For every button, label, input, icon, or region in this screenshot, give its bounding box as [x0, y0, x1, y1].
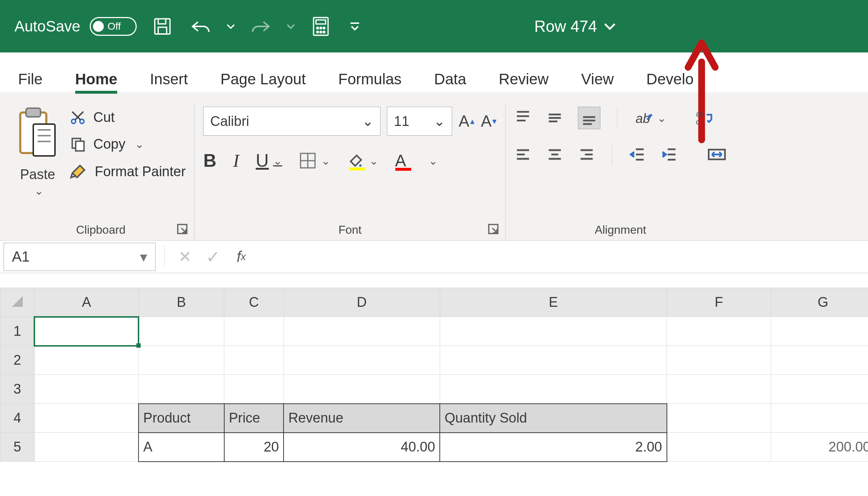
svg-point-7 [317, 31, 318, 33]
font-color-button[interactable]: A ⌄ [395, 151, 438, 170]
paste-button[interactable]: Paste ⌄ [16, 107, 59, 197]
cell-G4[interactable] [771, 404, 868, 433]
cell-D2[interactable] [284, 346, 440, 375]
font-name-combo[interactable]: Calibri ⌄ [203, 107, 380, 136]
col-header-E[interactable]: E [440, 288, 667, 317]
cell-C3[interactable] [224, 375, 284, 404]
cell-G2[interactable] [771, 346, 868, 375]
insert-function-button[interactable]: fx [230, 245, 253, 268]
italic-button[interactable]: I [233, 150, 239, 171]
fill-color-button[interactable]: ⌄ [347, 151, 378, 170]
undo-button[interactable] [188, 14, 213, 39]
dialog-launcher-icon[interactable] [177, 224, 188, 237]
cell-D5[interactable]: 40.00 [284, 433, 440, 462]
redo-button[interactable] [248, 14, 273, 39]
cell-A1[interactable] [34, 317, 139, 346]
cancel-formula-button[interactable]: ✕ [173, 245, 196, 268]
col-header-G[interactable]: G [771, 288, 868, 317]
cut-button[interactable]: Cut [69, 109, 186, 126]
merge-center-button[interactable] [707, 145, 727, 164]
cell-D4[interactable]: Revenue [284, 404, 440, 433]
decrease-font-size-button[interactable]: A▾ [481, 112, 497, 130]
undo-dropdown-icon[interactable] [226, 22, 235, 31]
cell-C2[interactable] [224, 346, 284, 375]
copy-button[interactable]: Copy ⌄ [69, 136, 186, 152]
tab-view[interactable]: View [581, 56, 614, 92]
group-label-alignment: Alignment [514, 220, 727, 240]
tab-home[interactable]: Home [75, 56, 118, 92]
cell-F5[interactable] [667, 433, 771, 462]
row-header-2[interactable]: 2 [0, 346, 35, 375]
wrap-text-button[interactable]: abc [695, 108, 715, 128]
name-box[interactable]: A1 ▾ [4, 243, 156, 271]
col-header-A[interactable]: A [34, 288, 139, 317]
cell-B2[interactable] [139, 346, 224, 375]
row-header-1[interactable]: 1 [0, 317, 35, 346]
align-middle-button[interactable] [546, 109, 563, 127]
col-header-C[interactable]: C [224, 288, 284, 317]
col-header-B[interactable]: B [139, 288, 224, 317]
cell-A3[interactable] [34, 375, 139, 404]
borders-button[interactable]: ⌄ [299, 152, 330, 170]
cell-G5[interactable]: 200.00 [771, 433, 868, 462]
cell-G1[interactable] [771, 317, 868, 346]
cell-E1[interactable] [440, 317, 667, 346]
cell-A5[interactable] [34, 433, 139, 462]
calculator-icon[interactable] [308, 14, 333, 39]
redo-dropdown-icon[interactable] [286, 22, 295, 31]
autosave-toggle[interactable]: Off [90, 17, 137, 36]
cell-F4[interactable] [667, 404, 771, 433]
cell-F1[interactable] [667, 317, 771, 346]
align-top-button[interactable] [514, 109, 532, 127]
col-header-F[interactable]: F [667, 288, 771, 317]
cell-D1[interactable] [284, 317, 440, 346]
decrease-indent-button[interactable] [629, 146, 646, 163]
cell-C4[interactable]: Price [224, 404, 284, 433]
cell-E5[interactable]: 2.00 [440, 433, 667, 462]
cell-B1[interactable] [139, 317, 224, 346]
align-center-button[interactable] [546, 146, 563, 163]
cell-D3[interactable] [284, 375, 440, 404]
row-header-5[interactable]: 5 [0, 433, 35, 462]
cell-B5[interactable]: A [139, 433, 224, 462]
cell-E2[interactable] [440, 346, 667, 375]
cell-G3[interactable] [771, 375, 868, 404]
document-title-dropdown[interactable]: Row 474 [534, 17, 616, 35]
underline-button[interactable]: U⌄ [256, 150, 282, 171]
cell-F3[interactable] [667, 375, 771, 404]
increase-indent-button[interactable] [661, 146, 678, 163]
tab-page-layout[interactable]: Page Layout [220, 56, 306, 92]
bold-button[interactable]: B [203, 150, 216, 171]
tab-developer[interactable]: Develo [646, 56, 694, 92]
align-left-button[interactable] [514, 146, 532, 163]
cell-C1[interactable] [224, 317, 284, 346]
cell-A4[interactable] [34, 404, 139, 433]
row-header-4[interactable]: 4 [0, 404, 35, 433]
customize-qat-button[interactable] [346, 14, 363, 39]
formula-input[interactable] [258, 243, 864, 271]
tab-review[interactable]: Review [499, 56, 549, 92]
row-header-3[interactable]: 3 [0, 375, 35, 404]
font-size-combo[interactable]: 11 ⌄ [387, 107, 452, 136]
tab-insert[interactable]: Insert [150, 56, 188, 92]
cell-B3[interactable] [139, 375, 224, 404]
cell-E4[interactable]: Quantity Sold [440, 404, 667, 433]
dialog-launcher-icon[interactable] [488, 224, 499, 237]
format-painter-button[interactable]: Format Painter [69, 162, 186, 181]
align-bottom-button[interactable] [578, 107, 600, 129]
increase-font-size-button[interactable]: A▴ [459, 112, 474, 130]
tab-data[interactable]: Data [434, 56, 466, 92]
cell-A2[interactable] [34, 346, 139, 375]
col-header-D[interactable]: D [284, 288, 440, 317]
select-all-corner[interactable] [0, 288, 35, 317]
orientation-button[interactable]: ab ⌄ [634, 108, 666, 128]
cell-E3[interactable] [440, 375, 667, 404]
cell-C5[interactable]: 20 [224, 433, 284, 462]
align-right-button[interactable] [578, 146, 595, 163]
enter-formula-button[interactable]: ✓ [201, 245, 225, 268]
save-button[interactable] [150, 14, 175, 39]
tab-file[interactable]: File [18, 56, 43, 92]
cell-F2[interactable] [667, 346, 771, 375]
cell-B4[interactable]: Product [139, 404, 224, 433]
tab-formulas[interactable]: Formulas [338, 56, 401, 92]
